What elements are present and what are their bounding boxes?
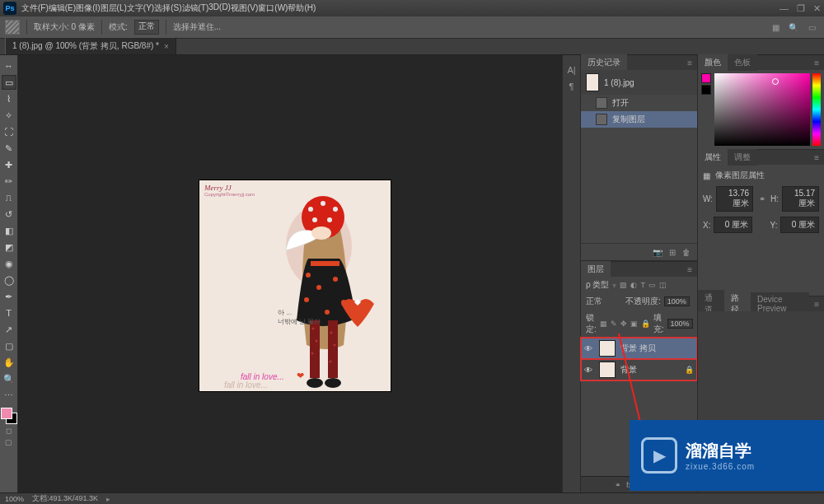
- lock-artboard-icon[interactable]: ▣: [630, 320, 638, 328]
- lib-panel-menu-icon[interactable]: ≡: [809, 300, 824, 309]
- layer-name[interactable]: 背景: [620, 364, 637, 376]
- menu-filter[interactable]: 滤镜(T): [182, 2, 209, 14]
- dock-paragraph-icon[interactable]: ¶: [569, 82, 574, 91]
- history-step-duplicate[interactable]: 复制图层: [581, 111, 697, 128]
- document-canvas[interactable]: Merry JJ Copyright©merryjj.com: [199, 180, 391, 391]
- properties-tab[interactable]: 属性: [698, 149, 728, 166]
- menu-file[interactable]: 文件(F): [21, 2, 49, 14]
- color-panel-menu-icon[interactable]: ≡: [809, 58, 824, 68]
- menu-select[interactable]: 选择(S): [154, 2, 181, 14]
- color-swatch[interactable]: [1, 408, 17, 424]
- picker-bg-swatch[interactable]: [701, 85, 711, 95]
- menu-3d[interactable]: 3D(D): [208, 2, 231, 14]
- pen-tool-icon[interactable]: ✒: [2, 289, 16, 304]
- picker-fg-swatch[interactable]: [701, 73, 711, 83]
- visibility-icon[interactable]: 👁: [584, 366, 594, 375]
- minimize-button[interactable]: —: [780, 3, 789, 14]
- layer-row-background[interactable]: 👁 背景 🔒: [581, 359, 697, 380]
- filter-smart-icon[interactable]: ◫: [659, 281, 667, 289]
- layers-panel-menu-icon[interactable]: ≡: [682, 265, 697, 274]
- menu-type[interactable]: 文字(Y): [127, 2, 154, 14]
- history-delete-icon[interactable]: 🗑: [682, 248, 691, 257]
- blur-tool-icon[interactable]: ◉: [2, 256, 16, 271]
- tool-preset-icon[interactable]: [5, 20, 20, 35]
- history-brush-tool-icon[interactable]: ↺: [2, 207, 16, 222]
- brush-tool-icon[interactable]: ✏: [2, 174, 16, 189]
- canvas-area[interactable]: Merry JJ Copyright©merryjj.com: [18, 55, 562, 492]
- menu-edit[interactable]: 编辑(E): [49, 2, 76, 14]
- history-step-open[interactable]: 打开: [581, 95, 697, 111]
- zoom-level[interactable]: 100%: [5, 495, 24, 503]
- search-icon[interactable]: 🔍: [786, 20, 801, 35]
- move-tool-icon[interactable]: ↔: [2, 58, 16, 73]
- filter-shape-icon[interactable]: ▭: [648, 281, 656, 289]
- h-field[interactable]: 15.17 厘米: [782, 186, 819, 212]
- type-tool-icon[interactable]: T: [2, 306, 16, 320]
- history-snapshot[interactable]: 1 (8).jpg: [581, 70, 697, 95]
- crop-tool-icon[interactable]: ⛶: [2, 124, 16, 139]
- hue-strip[interactable]: [812, 73, 821, 146]
- hand-tool-icon[interactable]: ✋: [2, 355, 16, 370]
- color-cursor[interactable]: [772, 78, 779, 85]
- lock-all-icon[interactable]: 🔒: [641, 320, 650, 328]
- lock-pixels-icon[interactable]: ✎: [611, 320, 617, 328]
- link-layers-icon[interactable]: ⚭: [615, 481, 621, 489]
- magic-wand-tool-icon[interactable]: ✧: [2, 108, 16, 123]
- healing-tool-icon[interactable]: ✚: [2, 157, 16, 172]
- lock-transparent-icon[interactable]: ▦: [600, 320, 607, 328]
- foreground-color-swatch[interactable]: [1, 408, 12, 419]
- stamp-tool-icon[interactable]: ⎍: [2, 190, 16, 205]
- adjustments-tab[interactable]: 调整: [728, 149, 757, 166]
- menu-help[interactable]: 帮助(H): [288, 2, 316, 14]
- arrange-icon[interactable]: ▦: [768, 20, 783, 35]
- history-camera-icon[interactable]: 📷: [653, 248, 662, 257]
- layers-tab[interactable]: 图层: [581, 261, 611, 278]
- link-wh-icon[interactable]: ⚭: [756, 194, 767, 203]
- eyedropper-tool-icon[interactable]: ✎: [2, 141, 16, 156]
- document-tab[interactable]: 1 (8).jpg @ 100% (背景 拷贝, RGB/8#) * ×: [5, 37, 176, 54]
- mode-dropdown[interactable]: 正常: [134, 20, 159, 35]
- path-tool-icon[interactable]: ↗: [2, 322, 16, 337]
- lock-position-icon[interactable]: ✥: [620, 320, 627, 328]
- layer-name[interactable]: 背景 拷贝: [620, 343, 656, 354]
- layer-row-copy[interactable]: 👁 背景 拷贝: [581, 338, 697, 359]
- menu-layer[interactable]: 图层(L): [101, 2, 127, 14]
- y-field[interactable]: 0 厘米: [780, 217, 819, 233]
- swatches-tab[interactable]: 色板: [728, 54, 757, 71]
- filter-pixel-icon[interactable]: ▨: [620, 281, 627, 289]
- zoom-tool-icon[interactable]: 🔍: [2, 371, 16, 386]
- fill-value[interactable]: 100%: [667, 319, 693, 329]
- close-button[interactable]: ✕: [813, 3, 821, 14]
- maximize-button[interactable]: ❐: [797, 3, 805, 14]
- workspace-icon[interactable]: ▭: [804, 20, 819, 35]
- filter-type-icon[interactable]: T: [640, 281, 645, 289]
- marquee-tool-icon[interactable]: ▭: [2, 75, 16, 90]
- lasso-tool-icon[interactable]: ⌇: [2, 91, 16, 106]
- history-new-icon[interactable]: ⊞: [669, 248, 676, 257]
- w-field[interactable]: 13.76 厘米: [716, 186, 753, 212]
- color-tab[interactable]: 颜色: [698, 54, 728, 71]
- color-picker[interactable]: [698, 70, 824, 149]
- menu-image[interactable]: 图像(I): [76, 2, 100, 14]
- screenmode-icon[interactable]: ▢: [4, 437, 14, 447]
- x-field[interactable]: 0 厘米: [714, 217, 752, 233]
- layer-kind-filter[interactable]: ρ 类型: [586, 279, 609, 291]
- filter-adjust-icon[interactable]: ◐: [630, 281, 637, 289]
- props-panel-menu-icon[interactable]: ≡: [809, 153, 824, 162]
- menu-window[interactable]: 窗口(W): [258, 2, 288, 14]
- history-tab[interactable]: 历史记录: [581, 54, 627, 71]
- dock-character-icon[interactable]: A|: [567, 65, 575, 75]
- edit-toolbar-icon[interactable]: ⋯: [2, 388, 16, 403]
- color-field[interactable]: [714, 73, 810, 146]
- quickmask-icon[interactable]: ◻: [4, 426, 14, 436]
- opacity-value[interactable]: 100%: [664, 296, 690, 306]
- eraser-tool-icon[interactable]: ◧: [2, 223, 16, 238]
- doc-size[interactable]: 文档:491.3K/491.3K: [32, 493, 98, 504]
- gradient-tool-icon[interactable]: ◩: [2, 240, 16, 254]
- history-panel-menu-icon[interactable]: ≡: [682, 58, 697, 68]
- visibility-icon[interactable]: 👁: [584, 344, 594, 353]
- blend-mode-dropdown[interactable]: 正常: [586, 296, 622, 307]
- menu-view[interactable]: 视图(V): [231, 2, 258, 14]
- tab-close-icon[interactable]: ×: [164, 42, 169, 51]
- shape-tool-icon[interactable]: ▢: [2, 338, 16, 353]
